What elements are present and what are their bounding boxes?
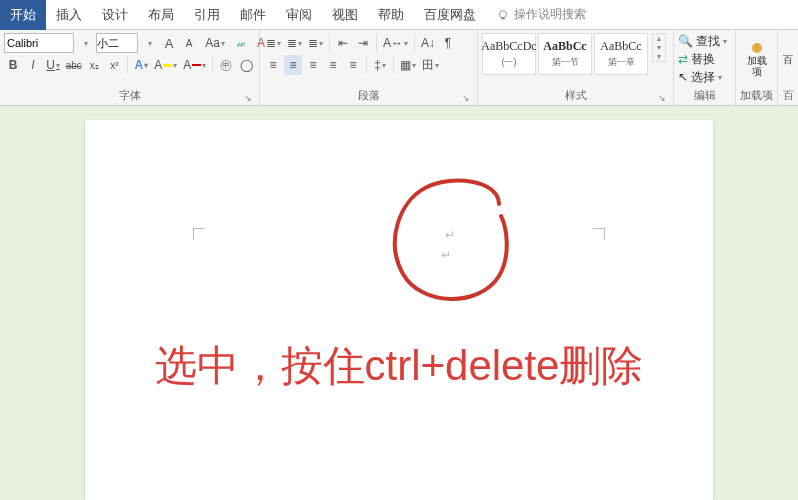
change-case-button[interactable]: Aa — [206, 33, 224, 53]
font-name-input[interactable] — [4, 33, 74, 53]
phonetic-guide-button[interactable]: 𝓌 — [232, 33, 250, 53]
partial-label: 百 — [783, 53, 793, 67]
style-item-3[interactable]: AaBbCc 第一章 — [594, 33, 648, 75]
partial-button[interactable]: 百 — [782, 33, 794, 86]
font-color-button[interactable]: A — [181, 55, 208, 75]
separator — [366, 56, 367, 74]
sort-button[interactable]: A↓ — [419, 33, 437, 53]
paragraph-dialog-launcher[interactable]: ↘ — [461, 93, 471, 103]
show-marks-button[interactable]: ¶ — [439, 33, 457, 53]
align-left-button[interactable]: ≡ — [264, 55, 282, 75]
cursor-icon: ↖ — [678, 70, 688, 84]
annotation-text: 选中，按住ctrl+delete删除 — [85, 338, 713, 394]
style-item-2[interactable]: AaBbCc 第一节 — [538, 33, 592, 75]
style-name: 第一节 — [552, 56, 579, 69]
line-spacing-button[interactable]: ‡ — [371, 55, 389, 75]
group-partial: 百 百 — [778, 30, 798, 105]
style-gallery: AaBbCcDc (一) AaBbCc 第一节 AaBbCc 第一章 — [482, 33, 648, 75]
document-page[interactable]: ↵ ↵ 选中，按住ctrl+delete删除 — [85, 120, 713, 500]
lightbulb-icon — [496, 8, 510, 22]
paragraph-mark: ↵ — [441, 248, 451, 262]
tab-design[interactable]: 设计 — [92, 0, 138, 30]
strikethrough-button[interactable]: abc — [64, 55, 83, 75]
tab-home[interactable]: 开始 — [0, 0, 46, 30]
text-effects-button[interactable]: A — [132, 55, 150, 75]
enclosed-char-button[interactable]: ㊥ — [217, 55, 235, 75]
font-color-swatch — [192, 64, 201, 66]
tab-help[interactable]: 帮助 — [368, 0, 414, 30]
align-right-button[interactable]: ≡ — [304, 55, 322, 75]
select-dropdown-arrow: ▾ — [718, 73, 722, 82]
separator — [376, 34, 377, 52]
font-name-dropdown[interactable] — [76, 33, 94, 53]
tab-layout[interactable]: 布局 — [138, 0, 184, 30]
styles-dialog-launcher[interactable]: ↘ — [657, 93, 667, 103]
tab-mailings[interactable]: 邮件 — [230, 0, 276, 30]
menu-bar: 开始 插入 设计 布局 引用 邮件 审阅 视图 帮助 百度网盘 操作说明搜索 — [0, 0, 798, 30]
group-label-paragraph: 段落 ↘ — [264, 86, 473, 105]
group-font: A A Aa 𝓌 A B I U abc x₂ x² A A A ㊥ — [0, 30, 260, 105]
separator — [329, 34, 330, 52]
style-preview: AaBbCc — [600, 39, 641, 54]
find-label: 查找 — [696, 33, 720, 50]
workspace: ↵ ↵ 选中，按住ctrl+delete删除 — [0, 106, 798, 500]
replace-icon: ⇄ — [678, 52, 688, 66]
group-label-styles: 样式 ↘ — [482, 86, 669, 105]
gallery-up-button[interactable]: ▴ — [653, 34, 665, 43]
distributed-button[interactable]: ≡ — [344, 55, 362, 75]
addins-button[interactable]: 加载项 — [740, 33, 773, 86]
margin-mark-top-left — [193, 228, 205, 240]
gallery-more-button[interactable]: ▾ — [653, 52, 665, 61]
style-name: (一) — [502, 56, 517, 69]
text-direction-button[interactable]: A↔ — [381, 33, 410, 53]
align-justify-button[interactable]: ≡ — [324, 55, 342, 75]
group-addins: 加载项 加载项 — [736, 30, 778, 105]
superscript-button[interactable]: x² — [105, 55, 123, 75]
select-label: 选择 — [691, 69, 715, 86]
find-button[interactable]: 🔍 查找 ▾ — [678, 33, 731, 49]
character-border-button[interactable]: ◯ — [237, 55, 255, 75]
replace-button[interactable]: ⇄ 替换 — [678, 51, 731, 67]
find-dropdown-arrow: ▾ — [723, 37, 727, 46]
addins-icon — [752, 43, 762, 53]
tab-references[interactable]: 引用 — [184, 0, 230, 30]
tab-review[interactable]: 审阅 — [276, 0, 322, 30]
group-label-editing: 编辑 — [678, 86, 731, 105]
style-preview: AaBbCcDc — [481, 39, 536, 54]
numbering-button[interactable]: ≣ — [285, 33, 304, 53]
increase-indent-button[interactable]: ⇥ — [354, 33, 372, 53]
align-center-button[interactable]: ≡ — [284, 55, 302, 75]
shrink-font-button[interactable]: A — [180, 33, 198, 53]
font-size-dropdown[interactable] — [140, 33, 158, 53]
shading-button[interactable]: ▦ — [398, 55, 418, 75]
annotation-circle — [381, 168, 531, 318]
subscript-button[interactable]: x₂ — [85, 55, 103, 75]
group-label-addins: 加载项 — [740, 86, 773, 105]
group-label-partial: 百 — [782, 86, 794, 105]
bullets-button[interactable]: ≣ — [264, 33, 283, 53]
style-gallery-expand: ▴ ▾ ▾ — [652, 33, 666, 62]
tab-insert[interactable]: 插入 — [46, 0, 92, 30]
multilevel-list-button[interactable]: ≣ — [306, 33, 325, 53]
highlight-button[interactable]: A — [152, 55, 179, 75]
group-paragraph: ≣ ≣ ≣ ⇤ ⇥ A↔ A↓ ¶ ≡ ≡ ≡ ≡ ≡ ‡ — [260, 30, 478, 105]
borders-button[interactable]: 田 — [420, 55, 441, 75]
svg-point-0 — [500, 10, 507, 17]
italic-button[interactable]: I — [24, 55, 42, 75]
group-editing: 🔍 查找 ▾ ⇄ 替换 ↖ 选择 ▾ 编辑 — [674, 30, 736, 105]
separator — [212, 56, 213, 74]
grow-font-button[interactable]: A — [160, 33, 178, 53]
gallery-down-button[interactable]: ▾ — [653, 43, 665, 52]
bold-button[interactable]: B — [4, 55, 22, 75]
tab-view[interactable]: 视图 — [322, 0, 368, 30]
select-button[interactable]: ↖ 选择 ▾ — [678, 69, 731, 85]
decrease-indent-button[interactable]: ⇤ — [334, 33, 352, 53]
replace-label: 替换 — [691, 51, 715, 68]
tell-me-search[interactable]: 操作说明搜索 — [486, 6, 596, 23]
font-dialog-launcher[interactable]: ↘ — [243, 93, 253, 103]
underline-button[interactable]: U — [44, 55, 62, 75]
tell-me-placeholder: 操作说明搜索 — [514, 6, 586, 23]
style-item-1[interactable]: AaBbCcDc (一) — [482, 33, 536, 75]
tab-baidu-netdisk[interactable]: 百度网盘 — [414, 0, 486, 30]
font-size-input[interactable] — [96, 33, 138, 53]
